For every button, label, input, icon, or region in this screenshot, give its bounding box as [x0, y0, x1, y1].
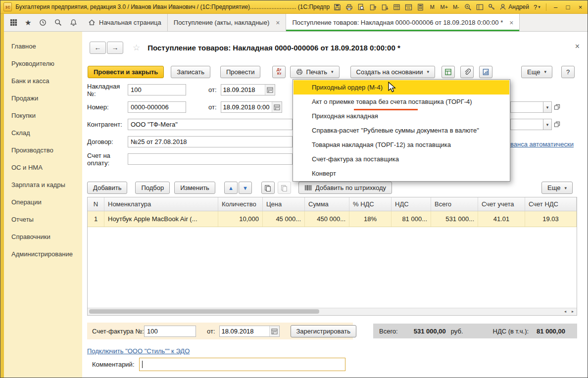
move-down-button[interactable]: ▼: [239, 182, 252, 194]
table-more-button[interactable]: Еще▾: [541, 182, 573, 194]
calendar-icon[interactable]: 31: [404, 2, 412, 11]
sidebar-item[interactable]: Главное: [4, 38, 82, 55]
invoice-reg-date-field[interactable]: [219, 326, 280, 337]
open-icon[interactable]: [552, 104, 562, 110]
print-icon[interactable]: [345, 2, 353, 11]
hscrollbar[interactable]: ◂ ▸: [88, 308, 577, 315]
print-menu-item[interactable]: Конверт: [294, 166, 509, 181]
print-preview-icon[interactable]: [357, 2, 365, 11]
print-menu-item[interactable]: Приходный ордер (М-4): [294, 80, 509, 94]
column-header[interactable]: Номенклатура: [104, 197, 218, 211]
calculator-icon[interactable]: [416, 2, 424, 11]
memory-plus-button[interactable]: M+: [440, 2, 448, 11]
scroll-left-icon[interactable]: ◂: [562, 309, 569, 314]
favorites-star-icon[interactable]: ★: [25, 19, 31, 26]
tab-receipt-document[interactable]: Поступление товаров: Накладная 0000-0000…: [286, 14, 520, 31]
print-menu-item[interactable]: Товарная накладная (ТОРГ-12) за поставщи…: [294, 138, 509, 152]
close-button[interactable]: ×: [576, 2, 585, 11]
field-tail[interactable]: [510, 101, 543, 113]
comment-input[interactable]: [139, 358, 345, 371]
history-icon[interactable]: [39, 18, 47, 27]
main-menu-icon[interactable]: [9, 18, 17, 27]
edo-structure-button[interactable]: [441, 66, 455, 78]
sidebar-item[interactable]: Производство: [4, 142, 82, 159]
column-header[interactable]: Всего: [431, 197, 478, 211]
add-row-button[interactable]: Добавить: [87, 182, 127, 194]
paste-row-button[interactable]: [278, 182, 291, 194]
pick-button[interactable]: Подбор: [135, 182, 170, 194]
edit-button[interactable]: Изменить: [174, 182, 215, 194]
print-menu-item[interactable]: Акт о приемке товара без счета поставщик…: [294, 94, 509, 109]
column-header[interactable]: Сумма: [305, 197, 349, 211]
open-icon[interactable]: [552, 121, 562, 128]
print-menu-item[interactable]: Справка-расчет "Рублевые суммы документа…: [294, 123, 509, 138]
field-tail[interactable]: [510, 119, 543, 130]
scroll-right-icon[interactable]: ▸: [569, 309, 576, 314]
document-date-field[interactable]: [221, 101, 282, 113]
invoice-number-input[interactable]: [128, 84, 186, 95]
more-button[interactable]: Еще▾: [521, 66, 552, 78]
create-on-base-button[interactable]: Создать на основании ▾: [350, 66, 435, 78]
tab-home[interactable]: Начальная страница: [82, 14, 168, 31]
column-header[interactable]: Счет НДС: [525, 197, 577, 211]
write-button[interactable]: Записать: [171, 66, 210, 78]
document-date-input[interactable]: [221, 102, 272, 112]
table-icon[interactable]: [392, 2, 400, 11]
sidebar-item[interactable]: Зарплата и кадры: [4, 176, 82, 193]
memory-button[interactable]: M: [428, 2, 436, 11]
sidebar-item[interactable]: Банк и касса: [4, 72, 82, 90]
sidebar-item[interactable]: Руководителю: [4, 55, 82, 72]
back-button[interactable]: ←: [90, 42, 106, 54]
sidebar-item[interactable]: Склад: [4, 124, 82, 142]
column-header[interactable]: Цена: [263, 197, 305, 211]
sidebar-item[interactable]: Отчеты: [4, 211, 82, 228]
sidebar-item[interactable]: Продажи: [4, 90, 82, 107]
dropdown-caret-icon[interactable]: ▾: [543, 101, 552, 113]
save-icon[interactable]: [333, 2, 341, 11]
edo-connect-link[interactable]: Подключить "ООО "Стиль"" к ЭДО: [87, 347, 190, 355]
contract-input[interactable]: [128, 136, 293, 147]
sidebar-item[interactable]: Администрирование: [4, 245, 82, 263]
receive-file-icon[interactable]: [381, 2, 389, 11]
calendar-icon[interactable]: [272, 102, 282, 112]
invoice-date-field[interactable]: [221, 84, 275, 95]
reports-button[interactable]: [479, 66, 492, 78]
advance-offset-link[interactable]: ванса автоматически: [510, 141, 574, 148]
panels-icon[interactable]: [476, 2, 484, 11]
payment-account-input[interactable]: [128, 153, 293, 165]
post-and-close-button[interactable]: Провести и закрыть: [88, 66, 164, 78]
calendar-icon[interactable]: [269, 326, 279, 336]
forward-button[interactable]: →: [107, 42, 123, 54]
tab-receipts-list[interactable]: Поступление (акты, накладные) ×: [168, 14, 287, 31]
invoice-date-input[interactable]: [221, 85, 265, 94]
invoice-reg-number-input[interactable]: [144, 326, 196, 337]
user-button[interactable]: Андрей: [499, 3, 529, 10]
calendar-icon[interactable]: [265, 85, 275, 95]
send-file-icon[interactable]: [369, 2, 377, 11]
table-row[interactable]: 1 Ноутбук Apple MacBook Air (... 10,000 …: [88, 211, 577, 227]
add-by-barcode-button[interactable]: Добавить по штрихкоду: [298, 182, 392, 194]
maximize-button[interactable]: □: [564, 2, 572, 11]
print-menu-item[interactable]: Счет-фактура за поставщика: [294, 152, 509, 166]
service-key-icon[interactable]: [488, 2, 495, 11]
sidebar-item[interactable]: Операции: [4, 193, 82, 211]
move-up-button[interactable]: ▲: [224, 182, 238, 194]
notifications-bell-icon[interactable]: [69, 18, 77, 27]
document-close-icon[interactable]: ×: [575, 43, 580, 50]
show-postings-button[interactable]: ДтКт: [272, 66, 286, 78]
column-header[interactable]: Счет учета: [478, 197, 525, 211]
column-header[interactable]: N: [88, 197, 104, 211]
search-icon[interactable]: [54, 18, 62, 27]
dropdown-caret-icon[interactable]: ▾: [543, 119, 552, 130]
sidebar-item[interactable]: Покупки: [4, 107, 82, 124]
tab-close-icon[interactable]: ×: [276, 19, 280, 26]
print-menu-item[interactable]: Приходная накладная: [294, 109, 509, 123]
memory-minus-button[interactable]: M-: [452, 2, 460, 11]
help-button[interactable]: ?: [561, 66, 575, 78]
attachments-button[interactable]: [460, 66, 474, 78]
column-header[interactable]: Количество: [218, 197, 263, 211]
sidebar-item[interactable]: ОС и НМА: [4, 159, 82, 176]
invoice-reg-date-input[interactable]: [220, 327, 269, 336]
copy-row-button[interactable]: [261, 182, 275, 194]
print-button[interactable]: Печать ▾: [290, 66, 339, 78]
